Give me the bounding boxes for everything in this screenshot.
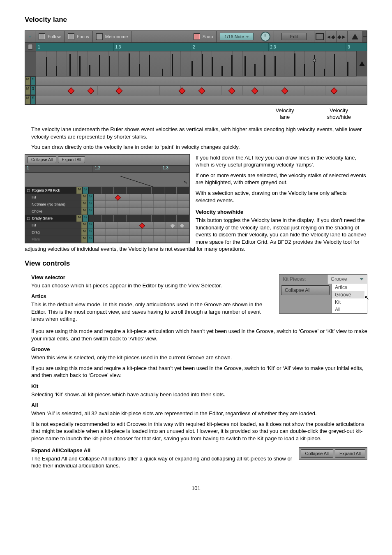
- chevron-down-icon: [28, 36, 32, 38]
- body-text: When this view is selected, only the kit…: [31, 354, 367, 361]
- mute-button[interactable]: M: [81, 194, 88, 201]
- edit-button[interactable]: Edit: [281, 33, 307, 40]
- cursor-icon: ↖: [184, 179, 188, 185]
- velocity-lane[interactable]: [25, 51, 367, 76]
- solo-button[interactable]: S: [88, 222, 94, 229]
- heading-groove: Groove: [31, 346, 367, 352]
- view-option-kit[interactable]: Kit: [332, 298, 364, 306]
- articulation-label[interactable]: Flam: [25, 236, 81, 243]
- clock-icon: [261, 32, 270, 42]
- figure-velocity-ramp: Collapse All Expand All 1 1.2 1.3 ↖ ▢Rog…: [25, 154, 190, 243]
- heading-kit: Kit: [31, 383, 367, 389]
- ruler-mark: 1.3: [115, 45, 121, 49]
- ruler-mark: 1.2: [93, 166, 161, 172]
- solo-button[interactable]: S: [83, 215, 89, 222]
- view-option-artics[interactable]: Artics: [332, 284, 364, 291]
- body-text: If you are using this mode and require a…: [31, 365, 367, 379]
- kit-pieces-label: Kit Pieces:: [279, 275, 327, 284]
- collapse-all-button[interactable]: Collapse All: [301, 449, 333, 458]
- mute-button[interactable]: M: [81, 208, 88, 215]
- expand-all-button[interactable]: Expand All: [58, 156, 85, 163]
- figure-editor-toolbar: Follow Focus Metronome Snap 1/16 Note Ed…: [25, 30, 367, 105]
- track-header-row: M S: [25, 76, 367, 86]
- annotation-velocity-show-hide: Velocityshow/hide: [327, 107, 351, 120]
- ruler[interactable]: 1 1.3 2 2.3 3: [25, 43, 367, 51]
- articulation-label[interactable]: Drag: [25, 229, 81, 236]
- tempo-indicator[interactable]: [257, 31, 274, 42]
- arrows-right-icon: ◆►: [337, 34, 347, 40]
- marquee-tool-button[interactable]: [314, 31, 325, 42]
- ruler[interactable]: 1 1.2 1.3: [25, 165, 189, 173]
- view-option-groove[interactable]: Groove: [332, 291, 364, 298]
- body-text: When ‘All’ is selected, all 32 available…: [31, 410, 367, 417]
- solo-button[interactable]: S: [30, 95, 36, 104]
- mute-button[interactable]: M: [81, 222, 88, 229]
- solo-button[interactable]: S: [83, 187, 89, 194]
- metronome-label: Metronome: [105, 34, 128, 39]
- mute-button[interactable]: M: [81, 201, 88, 208]
- snap-checkbox-icon: [194, 33, 200, 40]
- mute-button[interactable]: M: [81, 236, 88, 243]
- solo-button[interactable]: S: [88, 194, 94, 201]
- heading-all: All: [31, 402, 367, 408]
- solo-button[interactable]: S: [30, 86, 36, 95]
- metronome-button[interactable]: Metronome: [93, 31, 132, 42]
- solo-button[interactable]: S: [30, 76, 36, 86]
- view-selector-menu: Artics Groove Kit All: [331, 284, 364, 313]
- expand-all-button[interactable]: Expand All: [335, 449, 365, 458]
- snap-button[interactable]: Snap: [190, 31, 217, 42]
- follow-checkbox-icon: [39, 33, 45, 40]
- mute-button[interactable]: M: [25, 86, 30, 95]
- solo-button[interactable]: S: [88, 201, 94, 208]
- snap-label: Snap: [203, 34, 213, 39]
- focus-checkbox-icon: [68, 33, 74, 40]
- figure-view-selector: Kit Pieces: Groove Collapse All Artics G…: [279, 274, 367, 314]
- solo-button[interactable]: S: [88, 236, 94, 243]
- focus-button[interactable]: Focus: [65, 31, 93, 42]
- edit-button-cell: Edit: [274, 31, 314, 42]
- velocity-tool-button[interactable]: [348, 31, 363, 42]
- collapse-all-button[interactable]: Collapse All: [281, 285, 330, 295]
- follow-button[interactable]: Follow: [35, 31, 65, 42]
- triangle-up-icon: [359, 61, 365, 66]
- arrow-dropdown-button[interactable]: [25, 31, 35, 42]
- solo-button[interactable]: S: [88, 229, 94, 236]
- articulation-label[interactable]: Choke: [25, 208, 81, 215]
- cursor-icon: ↖: [364, 294, 369, 301]
- mute-button[interactable]: M: [76, 187, 83, 194]
- ruler-mark: 2: [193, 45, 195, 49]
- mute-button[interactable]: M: [76, 215, 83, 222]
- mute-button[interactable]: M: [25, 76, 30, 86]
- ruler-handle-icon[interactable]: [28, 44, 33, 50]
- kit-piece-header[interactable]: ▢Rogers XP8 Kick: [25, 187, 76, 194]
- nudge-right-button[interactable]: ◆►: [337, 31, 348, 42]
- nudge-left-button[interactable]: ◄◆: [325, 31, 337, 42]
- body-text: Selecting ‘Kit’ shows all kit-pieces whi…: [31, 391, 367, 398]
- annotation-velocity-lane: Velocitylane: [276, 107, 294, 120]
- ruler-mark: 1: [25, 166, 93, 172]
- kit-piece-header[interactable]: ▢Brady Snare: [25, 215, 76, 222]
- ruler-mark: 1.3: [161, 166, 189, 172]
- view-selector-dropdown[interactable]: Groove: [327, 275, 367, 284]
- chevron-down-icon: [246, 36, 249, 38]
- solo-button[interactable]: S: [88, 208, 94, 215]
- velocity-lane[interactable]: ↖: [25, 173, 189, 187]
- view-option-all[interactable]: All: [332, 306, 364, 313]
- velocity-show-hide-button[interactable]: [356, 51, 367, 76]
- view-selector-value: Groove: [331, 276, 347, 282]
- track-row[interactable]: M S: [25, 86, 367, 95]
- ruler-mark: 1: [38, 45, 40, 49]
- ruler-mark: 3: [348, 45, 350, 49]
- mute-button[interactable]: M: [81, 229, 88, 236]
- articulation-label[interactable]: Hit: [25, 194, 81, 201]
- heading-view-controls: View controls: [25, 259, 367, 268]
- body-text: It is not especially recommended to edit…: [31, 421, 367, 442]
- collapse-all-button[interactable]: Collapse All: [28, 156, 56, 163]
- track-footer-row: M S: [25, 95, 367, 105]
- mute-button[interactable]: M: [25, 95, 30, 104]
- page-number: 101: [25, 485, 367, 491]
- articulation-label[interactable]: NoSnare (No Snare): [25, 201, 81, 208]
- articulation-label[interactable]: Hit: [25, 222, 81, 229]
- snap-value-dropdown[interactable]: 1/16 Note: [217, 31, 257, 42]
- ruler-mark: 2.3: [270, 45, 276, 49]
